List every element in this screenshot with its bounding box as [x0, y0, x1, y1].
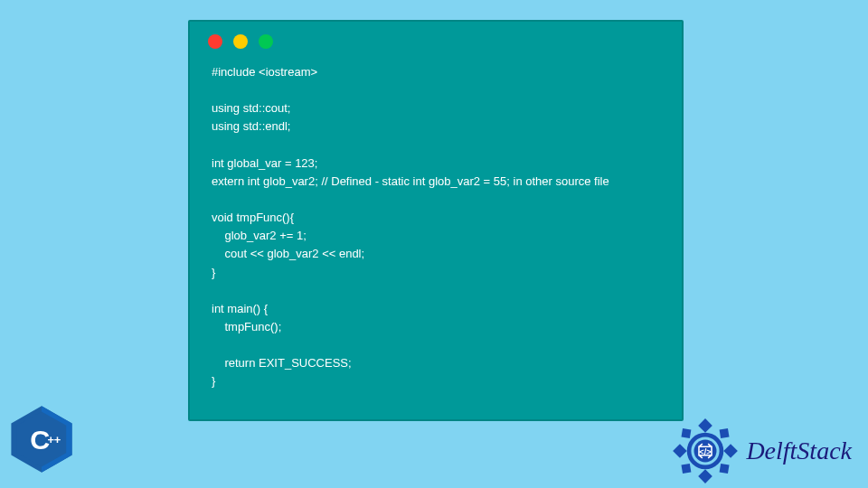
svg-marker-7 [673, 444, 687, 458]
svg-marker-5 [699, 418, 713, 433]
delftstack-logo: </> DelftStack [670, 416, 852, 486]
code-line: int global_var = 123; [212, 156, 317, 170]
code-line: using std::cout; [212, 101, 290, 115]
gear-icon: </> [670, 416, 741, 486]
code-line: int main() { [212, 302, 268, 315]
svg-marker-8 [724, 444, 739, 458]
code-line: cout << glob_var2 << endl; [212, 247, 364, 260]
code-line: return EXIT_SUCCESS; [212, 356, 352, 370]
minimize-dot-icon [233, 34, 248, 49]
cpp-logo-icon: C ++ [5, 403, 78, 475]
close-dot-icon [208, 34, 222, 49]
code-window: #include <iostream> using std::cout; usi… [188, 20, 684, 421]
code-line: extern int glob_var2; // Defined - stati… [212, 174, 609, 188]
svg-marker-12 [720, 464, 730, 474]
code-line: } [212, 266, 215, 279]
code-line: #include <iostream> [212, 65, 317, 79]
code-block: #include <iostream> using std::cout; usi… [190, 56, 682, 409]
svg-marker-9 [682, 428, 692, 438]
delftstack-label: DelftStack [746, 436, 852, 465]
svg-marker-11 [682, 464, 692, 474]
svg-text:</>: </> [700, 447, 712, 456]
code-line: } [212, 374, 215, 388]
window-controls [190, 22, 682, 56]
code-line: using std::endl; [212, 119, 290, 133]
svg-text:++: ++ [47, 433, 61, 446]
code-line: void tmpFunc(){ [212, 211, 294, 224]
code-line: glob_var2 += 1; [212, 229, 307, 242]
svg-marker-6 [699, 469, 713, 483]
code-line: tmpFunc(); [212, 320, 281, 333]
maximize-dot-icon [259, 34, 273, 49]
svg-marker-10 [720, 428, 730, 438]
